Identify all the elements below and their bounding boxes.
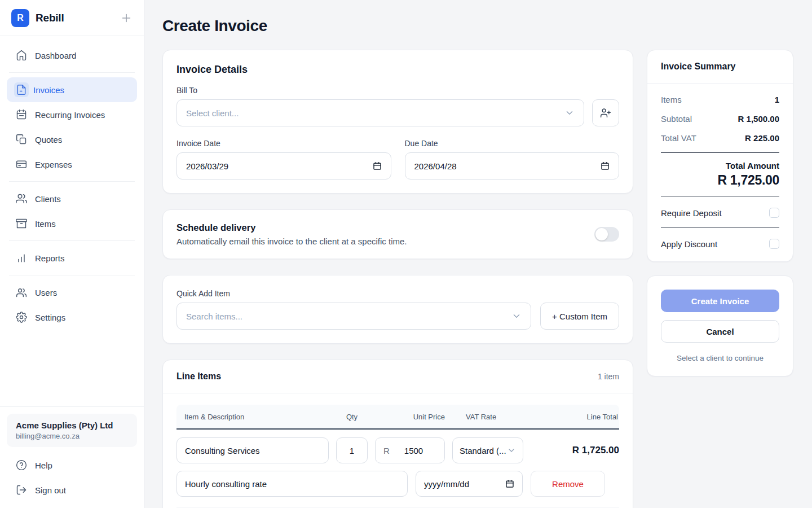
cancel-button[interactable]: Cancel	[661, 320, 779, 343]
invoice-icon	[14, 82, 29, 97]
qty-value[interactable]	[341, 446, 363, 456]
apply-discount-checkbox[interactable]	[769, 239, 779, 249]
account-email: billing@acme.co.za	[16, 432, 128, 440]
total-amount-label: Total Amount	[661, 161, 779, 170]
summary-label: Items	[661, 95, 682, 104]
sidebar-item-label: Expenses	[35, 160, 72, 169]
plus-icon	[120, 12, 133, 24]
sidebar-item-recurring-invoices[interactable]: Recurring Invoices	[7, 102, 137, 127]
unit-price-value[interactable]	[404, 446, 436, 456]
line-items-table-header: Item & Description Qty Unit Price VAT Ra…	[176, 405, 619, 430]
client-select[interactable]: Select client...	[176, 99, 584, 126]
require-deposit-label: Require Deposit	[661, 208, 722, 218]
quick-add-label: Quick Add Item	[176, 289, 619, 298]
due-date-label: Due Date	[405, 139, 620, 148]
calendar-icon[interactable]	[505, 479, 514, 488]
copy-icon	[16, 134, 27, 145]
item-description-input[interactable]	[176, 471, 408, 497]
home-icon	[16, 50, 27, 61]
total-amount-value: R 1,725.00	[661, 173, 779, 188]
main-content: Create Invoice Invoice Details Bill To S…	[144, 0, 812, 508]
create-invoice-button[interactable]: Create Invoice	[661, 290, 779, 312]
sidebar-item-dashboard[interactable]: Dashboard	[7, 43, 137, 68]
qty-input[interactable]	[336, 437, 368, 463]
app-logo-letter: R	[17, 13, 24, 23]
item-description-value[interactable]	[185, 479, 399, 489]
signout-icon	[16, 484, 27, 496]
sidebar-item-expenses[interactable]: Expenses	[7, 152, 137, 177]
vat-rate-select[interactable]: Standard (...	[452, 437, 523, 463]
bill-to-label: Bill To	[176, 86, 619, 95]
invoice-date-value: 2026/03/29	[186, 161, 228, 171]
credit-card-icon	[16, 159, 27, 170]
sidebar-item-label: Quotes	[35, 135, 62, 144]
delivery-date-input[interactable]: yyyy/mm/dd	[416, 471, 523, 497]
signout-label: Sign out	[35, 485, 66, 495]
sidebar-item-label: Dashboard	[35, 51, 76, 60]
item-search-placeholder: Search items...	[186, 312, 242, 321]
sidebar-item-items[interactable]: Items	[7, 211, 137, 236]
sidebar-item-settings[interactable]: Settings	[7, 305, 137, 330]
calendar-icon[interactable]	[601, 161, 610, 170]
summary-label: Total VAT	[661, 133, 696, 143]
col-item-description: Item & Description	[176, 413, 329, 421]
item-search-select[interactable]: Search items...	[176, 303, 531, 330]
chevron-down-icon	[564, 108, 575, 118]
require-deposit-row: Require Deposit	[661, 204, 779, 226]
account-card: Acme Supplies (Pty) Ltd billing@acme.co.…	[7, 414, 137, 447]
schedule-description: Automatically email this invoice to the …	[176, 237, 407, 246]
unit-price-input[interactable]: R	[375, 437, 445, 463]
due-date-input[interactable]: 2026/04/28	[405, 152, 620, 179]
toggle-knob	[595, 228, 608, 240]
quick-create-button[interactable]	[120, 12, 133, 24]
page-title: Create Invoice	[162, 17, 793, 35]
sidebar-item-invoices[interactable]: Invoices	[7, 77, 137, 102]
col-vat-rate: VAT Rate	[452, 413, 523, 421]
sidebar-item-reports[interactable]: Reports	[7, 246, 137, 270]
invoice-details-card: Invoice Details Bill To Select client...…	[162, 50, 633, 194]
gear-icon	[16, 312, 27, 323]
signout-button[interactable]: Sign out	[7, 478, 137, 502]
sidebar-nav: Dashboard Invoices Recurring Invoices Qu…	[0, 36, 144, 406]
sidebar-item-label: Users	[35, 288, 57, 297]
sidebar-item-label: Clients	[35, 194, 61, 204]
sidebar-item-label: Invoices	[33, 85, 64, 95]
divider	[9, 181, 135, 182]
schedule-delivery-card: Schedule delivery Automatically email th…	[162, 209, 633, 259]
remove-item-button[interactable]: Remove	[531, 471, 605, 497]
sidebar-item-users[interactable]: Users	[7, 280, 137, 305]
calendar-icon[interactable]	[373, 161, 382, 170]
sidebar: R Rebill Dashboard Invoices Recurring In…	[0, 0, 144, 508]
archive-icon	[16, 218, 27, 229]
help-button[interactable]: Help	[7, 453, 137, 478]
sidebar-item-clients[interactable]: Clients	[7, 186, 137, 211]
summary-row-vat: Total VAT R 225.00	[661, 133, 779, 143]
due-date-value: 2026/04/28	[414, 161, 457, 171]
user-plus-icon	[600, 107, 611, 119]
line-items-count: 1 item	[598, 372, 619, 381]
sidebar-item-label: Reports	[35, 253, 65, 263]
users-icon	[16, 287, 27, 298]
summary-row-subtotal: Subtotal R 1,500.00	[661, 114, 779, 124]
summary-value: R 225.00	[745, 133, 779, 143]
line-item-row-details: yyyy/mm/dd Remove	[176, 471, 619, 507]
invoice-date-input[interactable]: 2026/03/29	[176, 152, 391, 179]
actions-helper-text: Select a client to continue	[661, 354, 779, 362]
sidebar-footer: Acme Supplies (Pty) Ltd billing@acme.co.…	[0, 406, 144, 508]
col-unit-price: Unit Price	[375, 413, 445, 421]
apply-discount-row: Apply Discount	[661, 235, 779, 249]
schedule-toggle[interactable]	[594, 227, 619, 242]
account-company: Acme Supplies (Pty) Ltd	[16, 421, 128, 430]
app-name: Rebill	[36, 12, 64, 24]
custom-item-button[interactable]: + Custom Item	[540, 303, 619, 330]
users-icon	[16, 193, 27, 204]
actions-card: Create Invoice Cancel Select a client to…	[647, 275, 793, 376]
col-line-total: Line Total	[531, 413, 619, 421]
add-client-button[interactable]	[592, 99, 619, 126]
schedule-title: Schedule delivery	[176, 222, 407, 233]
sidebar-item-quotes[interactable]: Quotes	[7, 127, 137, 152]
item-name-value[interactable]	[185, 446, 320, 456]
summary-value: 1	[775, 95, 779, 104]
item-name-input[interactable]	[176, 437, 329, 463]
require-deposit-checkbox[interactable]	[769, 208, 779, 218]
